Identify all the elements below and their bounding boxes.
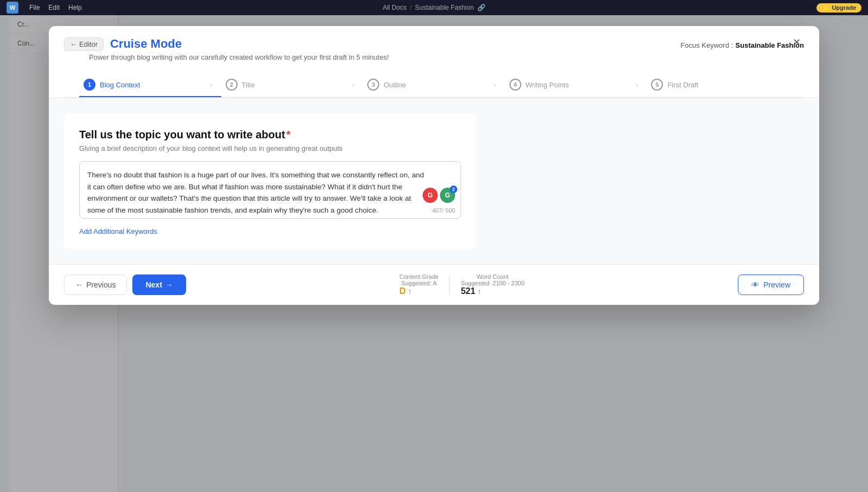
back-label: Editor	[79, 40, 98, 48]
footer-nav-buttons: ← Previous Next →	[64, 274, 186, 295]
focus-keyword-display: Focus Keyword : Sustainable Fashion	[680, 40, 804, 50]
previous-arrow-icon: ←	[75, 280, 83, 289]
content-grade-value: D ↑	[399, 286, 438, 296]
grammar-icon-label: G	[427, 191, 432, 199]
word-count-stat: Word Count Suggested: 2100 - 2300 521 ↑	[461, 273, 524, 296]
menu-help[interactable]: Help	[68, 4, 82, 11]
step-3-label: Outline	[384, 81, 406, 89]
content-grade-label: Content Grade	[399, 273, 438, 280]
word-count-up-arrow: ↑	[477, 287, 481, 296]
focus-keyword-label: Focus Keyword :	[680, 41, 733, 49]
upgrade-button[interactable]: ⭐ Upgrade	[816, 3, 861, 12]
modal-subtitle: Power through blog writing with our care…	[89, 53, 389, 61]
modal-footer: ← Previous Next → Content Grade Suggeste…	[49, 264, 819, 305]
previous-button[interactable]: ← Previous	[64, 274, 127, 295]
preview-eye-icon: 👁	[751, 280, 759, 289]
previous-label: Previous	[86, 280, 116, 289]
cruise-mode-modal: ← Editor Cruise Mode Power through blog …	[49, 26, 819, 305]
breadcrumb-all-docs[interactable]: All Docs	[382, 4, 406, 11]
textarea-icons: G G 2	[423, 188, 455, 203]
step-1-chevron: ›	[210, 80, 213, 89]
modal-overlay: ← Editor Cruise Mode Power through blog …	[0, 15, 868, 492]
step-3-chevron: ›	[494, 80, 496, 89]
modal-header: ← Editor Cruise Mode Power through blog …	[49, 26, 819, 98]
next-arrow-icon: →	[165, 280, 173, 289]
required-asterisk: *	[286, 129, 291, 140]
menu-bar: File Edit Help	[29, 4, 82, 11]
char-count: 407/ 500	[432, 207, 455, 214]
editor-background: Cr... Con... ← Editor Cruise Mode	[0, 15, 868, 492]
grammarly-icon-label: G	[445, 191, 450, 199]
breadcrumb-separator: /	[410, 4, 411, 11]
back-to-editor-button[interactable]: ← Editor	[64, 37, 104, 51]
textarea-wrapper: G G 2 407/ 500	[79, 161, 461, 219]
step-3-number: 3	[367, 79, 379, 91]
stats-divider	[449, 275, 450, 295]
blog-context-textarea[interactable]	[80, 162, 461, 216]
footer-stats: Content Grade Suggested: A D ↑ Word Coun…	[399, 273, 525, 296]
breadcrumb-link-icon: 🔗	[477, 4, 486, 11]
step-1-label: Blog Context	[100, 81, 140, 89]
grade-letter: D	[399, 286, 406, 296]
step-1-number: 1	[84, 79, 95, 91]
form-section: Tell us the topic you want to write abou…	[64, 113, 476, 249]
close-modal-button[interactable]: ✕	[789, 35, 804, 50]
form-description: Giving a brief description of your blog …	[79, 144, 461, 152]
preview-button[interactable]: 👁 Preview	[738, 274, 804, 295]
step-4-chevron: ›	[636, 80, 639, 89]
add-keywords-link[interactable]: Add Additional Keywords	[79, 227, 157, 235]
step-4-label: Writing Points	[526, 81, 569, 89]
step-2-number: 2	[226, 79, 238, 91]
word-count-label: Word Count	[461, 273, 524, 280]
breadcrumb: All Docs / Sustainable Fashion 🔗	[382, 4, 485, 11]
step-title[interactable]: 2 Title ›	[221, 74, 363, 97]
content-grade-suggested: Suggested: A	[399, 280, 438, 286]
content-grade-stat: Content Grade Suggested: A D ↑	[399, 273, 438, 296]
preview-label: Preview	[763, 280, 790, 289]
step-blog-context[interactable]: 1 Blog Context ›	[79, 74, 221, 97]
menu-edit[interactable]: Edit	[48, 4, 60, 11]
form-title: Tell us the topic you want to write abou…	[79, 129, 461, 141]
step-first-draft[interactable]: 5 First Draft	[647, 74, 789, 97]
app-logo: W	[7, 2, 18, 14]
menu-file[interactable]: File	[29, 4, 40, 11]
word-count-suggested: Suggested: 2100 - 2300	[461, 280, 524, 286]
step-2-chevron: ›	[352, 80, 355, 89]
grade-up-arrow: ↑	[408, 287, 412, 296]
back-arrow-icon: ←	[70, 40, 77, 48]
next-label: Next	[145, 280, 162, 289]
steps-bar: 1 Blog Context › 2 Title › 3 Outline ›	[64, 68, 804, 98]
step-5-label: First Draft	[667, 81, 698, 89]
step-outline[interactable]: 3 Outline ›	[363, 74, 505, 97]
grammarly-badge: 2	[450, 186, 457, 193]
step-4-number: 4	[509, 79, 521, 91]
next-button[interactable]: Next →	[132, 274, 186, 295]
step-writing-points[interactable]: 4 Writing Points ›	[505, 74, 647, 97]
step-5-number: 5	[651, 79, 663, 91]
word-count-number: 521	[461, 286, 475, 296]
modal-title: Cruise Mode	[110, 37, 182, 51]
modal-body: Tell us the topic you want to write abou…	[49, 98, 819, 264]
word-count-value: 521 ↑	[461, 286, 524, 296]
top-menu-bar: W File Edit Help All Docs / Sustainable …	[0, 0, 868, 15]
step-2-label: Title	[242, 81, 255, 89]
breadcrumb-current[interactable]: Sustainable Fashion	[415, 4, 474, 11]
grammar-check-icon[interactable]: G	[423, 188, 438, 203]
grammarly-icon[interactable]: G 2	[440, 188, 455, 203]
